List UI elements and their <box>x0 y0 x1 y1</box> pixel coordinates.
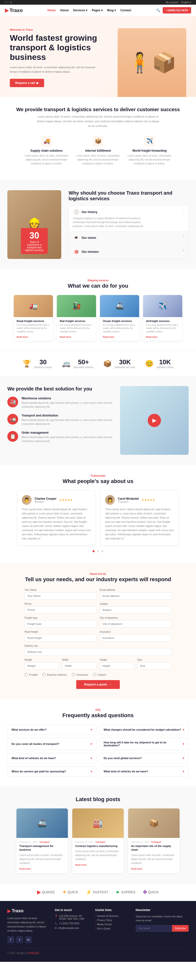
twitter-icon[interactable]: t <box>8 1 8 4</box>
height-input[interactable] <box>100 662 134 670</box>
linkedin-icon[interactable]: in <box>10 1 12 4</box>
accordion-history-title: 🕐 Our history <box>73 208 146 215</box>
hero-desc: Lorem ipsum dolor sit amet, consectetur … <box>10 65 103 74</box>
nav-pages[interactable]: Pages ▾ <box>92 9 103 12</box>
accordion-mission[interactable]: 🎯 Our mission + <box>69 245 188 259</box>
urgent-radio[interactable] <box>93 673 96 676</box>
dot-1[interactable] <box>93 550 95 552</box>
dot-2[interactable] <box>97 550 99 552</box>
footer-designer-link[interactable]: PIXELIED <box>28 952 39 955</box>
faq-item-1[interactable]: What services do we offer? + <box>7 724 96 735</box>
insurance-checkbox-label[interactable]: Insurance <box>72 673 88 676</box>
contact-tag: Reach Out Us <box>7 573 189 575</box>
submit-button[interactable]: Request a quote → <box>76 680 120 689</box>
air-freight-link[interactable]: Read more <box>146 336 158 338</box>
width-input[interactable] <box>62 662 96 670</box>
best-solution-section: We provide the best solution for you 🏭 W… <box>0 376 196 465</box>
form-row-4: Road freight Insurance <box>24 630 172 641</box>
solution-video[interactable]: ▶ <box>120 386 189 455</box>
insurance-radio[interactable] <box>72 673 75 676</box>
solution-warehouse: 🏭 Warehouse solutions Mauris blandit ali… <box>7 397 113 409</box>
road-input[interactable] <box>24 634 96 641</box>
faq-item-2[interactable]: What changes should be considered for bu… <box>100 724 189 735</box>
accordion-vision[interactable]: 👁 Our vision + <box>69 231 188 245</box>
search-icon[interactable]: 🔍 <box>156 8 160 12</box>
urgent-checkbox-label[interactable]: Urgent <box>93 673 106 676</box>
footer-link-privacy: Privacy Policy <box>95 919 130 921</box>
blog-3-link[interactable]: Read more <box>131 868 142 870</box>
what-we-do-section: Shipping services What we can do for you… <box>0 269 196 351</box>
insurance-input[interactable] <box>100 634 172 641</box>
footer-linkedin-icon[interactable]: in <box>25 936 32 943</box>
subject-input[interactable] <box>100 606 172 614</box>
accordion-history[interactable]: 🕐 Our history Company lorging is a uniqu… <box>69 206 188 231</box>
testimonial-2-text: "Proin iaculis lorem. Mauris blandit ali… <box>105 507 174 541</box>
vision-icon: 👁 <box>73 234 80 241</box>
delivery-input[interactable] <box>24 648 172 655</box>
road-label: Road freight <box>24 630 96 633</box>
blog-3-image: 📦 <box>128 808 180 838</box>
express-radio[interactable] <box>43 673 46 676</box>
footer-facebook-icon[interactable]: f <box>7 936 14 943</box>
phone-input[interactable] <box>24 606 96 614</box>
form-submit-row: Request a quote → <box>24 680 172 689</box>
testimonials-tag: Testimonials <box>7 474 189 477</box>
my-account-link[interactable]: My account <box>166 1 178 4</box>
ocean-freight-link[interactable]: Read more <box>103 336 114 338</box>
nav-home[interactable]: Home <box>47 9 55 12</box>
hero-cta-button[interactable]: Request a call ▶ <box>10 79 44 87</box>
quikee-name: QUIKEE <box>42 890 55 894</box>
form-group-email: Email address <box>100 589 172 600</box>
blog-2-meta: February 12, 2021 • Transport <box>75 841 121 843</box>
form-row-2: Phone Subject <box>24 603 172 614</box>
dot-3[interactable] <box>101 550 103 552</box>
faq-item-3[interactable]: Do you cover all modes of transport? + <box>7 738 96 750</box>
footer-link-quote: Get a Quote <box>95 927 130 930</box>
warehouse-desc: Mauris blandit aliquet elit, eget tincid… <box>22 401 113 409</box>
newsletter-email-input[interactable] <box>136 925 172 932</box>
blog-2-link[interactable]: Read more <box>75 864 87 866</box>
faq-item-4[interactable]: How long will it take for my shipment to… <box>100 738 189 750</box>
what-we-do-heading: What we can do for you <box>7 283 189 289</box>
size-input[interactable] <box>138 662 172 670</box>
blog-2-info: February 12, 2021 • Transport Contract l… <box>72 838 124 869</box>
freight-checkbox-label[interactable]: Freight <box>24 673 38 676</box>
freight-forwarding-desc: Lorem ipsum dolor sit amet, consectetur … <box>127 154 172 165</box>
ocean-freight-title: Ocean freight services <box>103 320 136 323</box>
freight-radio[interactable] <box>24 673 28 676</box>
faq-item-8[interactable]: What kind of vehicles do we have? + <box>100 766 189 776</box>
play-button[interactable]: ▶ <box>148 414 161 427</box>
faq-item-5[interactable]: What kind of vehicles do we have? + <box>7 753 96 763</box>
newsletter-subscribe-button[interactable]: Subscribe <box>172 925 189 932</box>
partner-quikee: ▶ QUIKEE <box>37 889 55 895</box>
quick2-icon: ✤ <box>143 889 147 895</box>
nav-contact[interactable]: Contact <box>120 9 131 12</box>
name-input[interactable] <box>24 592 96 600</box>
nav-about[interactable]: About <box>60 9 69 12</box>
express-checkbox-label[interactable]: Express delivery <box>43 673 67 676</box>
facebook-icon[interactable]: f <box>5 1 6 4</box>
rail-freight-link[interactable]: Read more <box>60 336 71 338</box>
faq-item-6[interactable]: Do you need global services? + <box>100 753 189 763</box>
nav-services[interactable]: Services ▾ <box>73 9 87 12</box>
nav-blog[interactable]: Blog ▾ <box>107 9 116 12</box>
newsletter-input-group: Subscribe <box>136 925 189 932</box>
services-intro-desc: Lorem ipsum dolor sit amet, consectetur … <box>37 115 159 128</box>
footer-newsletter-heading: Newsletter <box>136 908 189 912</box>
faq-item-7[interactable]: When do carriers get paid for sponsoring… <box>7 766 96 776</box>
weight-input[interactable] <box>24 662 59 670</box>
footer-about-col: ▶ Traxo Lorem ipsum dolor sit amet, cons… <box>7 908 49 943</box>
freight-input[interactable] <box>24 620 96 628</box>
footer-contact-col: Get in touch 📍 123 Fifth Avenue, NY 1016… <box>55 908 89 943</box>
form-group-phone: Phone <box>24 603 96 614</box>
contact-heading: Tell us your needs, and our industry exp… <box>7 576 189 583</box>
language-selector[interactable]: English ▾ <box>181 1 191 4</box>
blog-1-link[interactable]: Read more <box>19 868 31 870</box>
footer-twitter-icon[interactable]: t <box>16 936 23 943</box>
road-freight-link[interactable]: Read more <box>17 336 28 338</box>
nav-phone-button[interactable]: +1(800) 012-4679 <box>163 7 191 13</box>
footer-contact-heading: Get in touch <box>55 908 89 912</box>
email-input[interactable] <box>100 592 172 600</box>
city-input[interactable] <box>100 620 172 628</box>
service-card-internet: 📦 Internet fulfillment Lorem ipsum dolor… <box>76 136 120 173</box>
